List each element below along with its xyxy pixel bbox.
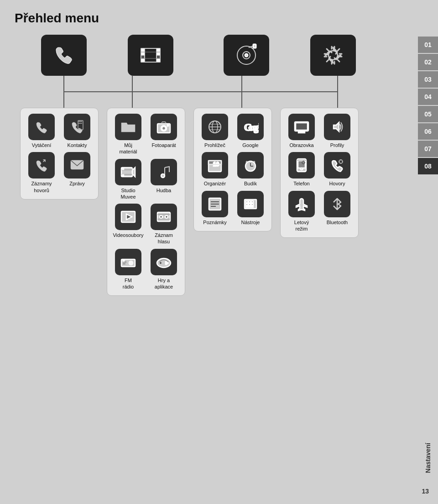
film-icon [138, 43, 163, 68]
menu-item-fotoaparat[interactable]: Fotoaparát [147, 114, 180, 155]
menu-item-poznamky[interactable]: Poznámky [198, 191, 231, 226]
gear-icon [321, 43, 345, 68]
screen-icon [293, 119, 310, 135]
media-row2: StudioMuvee Hudba [112, 159, 180, 200]
menu-item-studio-muvee[interactable]: StudioMuvee [112, 159, 145, 200]
disc-icon [234, 43, 259, 68]
calendar-icon: 19 [207, 157, 223, 173]
svg-rect-8 [142, 53, 144, 55]
media-top-icon [128, 35, 173, 76]
letovy-rezim-icon-box [288, 191, 315, 217]
message-icon [69, 157, 85, 173]
google-icon-box: Go ogle [237, 114, 264, 140]
menu-item-videosoubory[interactable]: Videosoubory [112, 204, 145, 245]
menu-item-kontakty[interactable]: Kontakty [61, 114, 94, 148]
obrazovka-icon-box [288, 114, 315, 140]
menu-item-telefon[interactable]: Telefon [285, 152, 318, 187]
zpravy-label: Zprávy [69, 180, 85, 187]
menu-item-profily[interactable]: Profily [321, 114, 354, 148]
browser-icon [207, 119, 223, 135]
notes-icon [207, 196, 223, 212]
telefon-icon-box [288, 152, 315, 178]
menu-item-bluetooth[interactable]: Bluetooth [321, 191, 354, 232]
top-icons-row [14, 35, 411, 76]
hudba-label: Hudba [156, 187, 171, 194]
bluetooth-icon [329, 196, 345, 212]
media-row1: Můjmateriál Fotoaparát [112, 114, 180, 155]
fotoaparat-icon-box [151, 114, 177, 140]
fm-radio-label: FMrádio [123, 277, 134, 290]
profily-label: Profily [330, 142, 344, 148]
poznamky-icon-box [202, 191, 228, 217]
svg-rect-85 [251, 201, 253, 203]
camera-icon [156, 119, 172, 135]
alarm-icon [242, 157, 259, 173]
fm-radio-icon-box [115, 249, 141, 275]
hry-label: Hry aaplikace [155, 277, 173, 290]
settings-row2: Telefon Hovory [285, 152, 354, 187]
menu-item-obrazovka[interactable]: Obrazovka [285, 114, 318, 148]
svg-rect-11 [157, 53, 159, 55]
svg-point-98 [301, 168, 302, 170]
menu-item-muj-material[interactable]: Můjmateriál [112, 114, 145, 155]
music-top-icon [224, 35, 269, 76]
videosoubory-icon-box [115, 204, 141, 230]
menu-item-google[interactable]: Go ogle Google [234, 114, 267, 148]
letovy-rezim-label: Letovýrežim [294, 219, 309, 232]
voice-record-icon [156, 209, 172, 225]
chapter-label: Nastavení [418, 439, 438, 477]
svg-rect-41 [122, 175, 124, 176]
menu-item-organizer[interactable]: 19 Organizér [198, 152, 231, 187]
svg-point-47 [165, 215, 168, 218]
speaker-icon [329, 119, 345, 135]
nastroje-label: Nástroje [241, 219, 260, 226]
page-title: Přehled menu [0, 0, 438, 30]
menu-item-nastroje[interactable]: Nástroje [234, 191, 267, 226]
menu-item-zpravy[interactable]: Zprávy [61, 152, 94, 194]
menu-item-vytaceni[interactable]: Vytáčení [25, 114, 58, 148]
svg-rect-9 [142, 59, 144, 61]
kontakty-label: Kontakty [68, 142, 87, 148]
play-icon [120, 209, 136, 225]
submenu-panels-row: Vytáčení Kontakty [20, 108, 411, 296]
svg-point-35 [167, 125, 169, 126]
prohlizec-icon-box [202, 114, 228, 140]
menu-item-hudba[interactable]: Hudba [147, 159, 180, 200]
call-settings-icon [329, 157, 345, 173]
menu-item-zaznamy[interactable]: Záznamyhovorů [25, 152, 58, 194]
svg-point-46 [160, 215, 162, 218]
call-icon [33, 119, 50, 135]
contacts-icon [69, 119, 85, 135]
hudba-icon-box [151, 159, 177, 185]
svg-rect-12 [157, 59, 159, 61]
prohlizec-label: Prohlížeč [204, 142, 225, 148]
obrazovka-label: Obrazovka [289, 142, 313, 148]
menu-item-budik[interactable]: Budík [234, 152, 267, 187]
google-row1: Prohlížeč Go ogle Google [198, 114, 267, 148]
poznamky-label: Poznámky [203, 219, 226, 226]
phone-icon [52, 43, 76, 68]
folder-icon [120, 119, 136, 135]
menu-item-letovy-rezim[interactable]: Letovýrežim [285, 191, 318, 232]
zpravy-icon-box [64, 152, 90, 178]
videosoubory-label: Videosoubory [113, 232, 143, 238]
menu-item-hovory[interactable]: Hovory [321, 152, 354, 187]
phone-row1: Vytáčení Kontakty [25, 114, 94, 148]
menu-item-hry-aplikace[interactable]: Hry aaplikace [147, 249, 180, 290]
organizer-label: Organizér [204, 180, 226, 187]
panel-media: Můjmateriál Fotoaparát [107, 108, 185, 296]
menu-item-fm-radio[interactable]: FMrádio [112, 249, 145, 290]
menu-item-zaznam-hlasu[interactable]: Záznamhlasu [147, 204, 180, 245]
menu-item-prohlizec[interactable]: Prohlížeč [198, 114, 231, 148]
svg-rect-89 [246, 206, 253, 207]
settings-row3: Letovýrežim Bluetooth [285, 191, 354, 232]
gamepad-icon [156, 254, 172, 270]
fotoaparat-label: Fotoaparát [151, 142, 176, 148]
airplane-icon [293, 196, 310, 212]
zaznam-hlasu-icon-box [151, 204, 177, 230]
svg-rect-88 [251, 204, 253, 205]
studio-muvee-label: StudioMuvee [120, 187, 136, 200]
svg-point-34 [162, 126, 166, 130]
svg-rect-93 [298, 132, 305, 133]
kontakty-icon-box [64, 114, 90, 140]
